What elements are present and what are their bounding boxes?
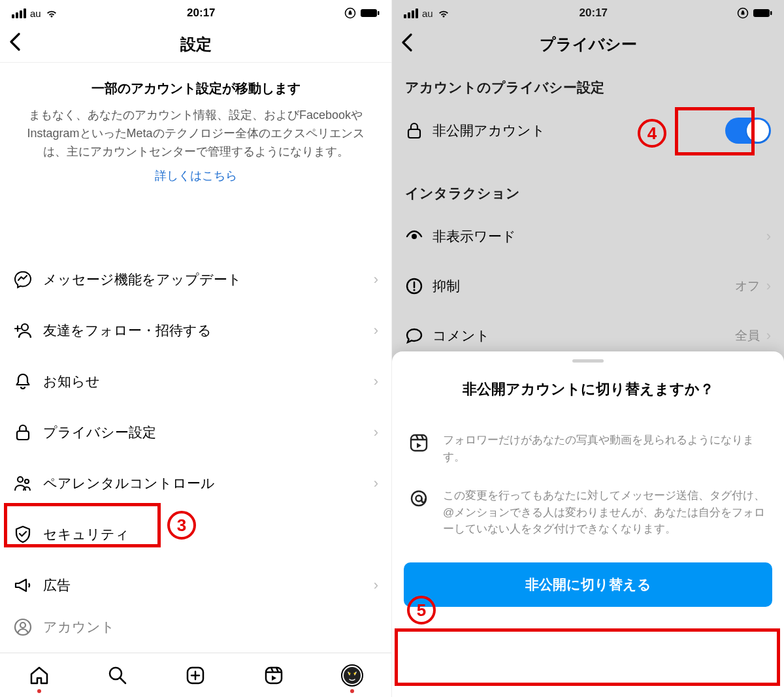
status-left: au [404,8,450,19]
orientation-lock-icon [737,7,749,19]
tab-profile[interactable] [333,659,372,692]
interaction-hidden-words[interactable]: 非表示ワード › [392,212,784,261]
chevron-right-icon: › [766,228,771,245]
svg-point-5 [18,477,23,482]
chevron-right-icon: › [374,577,378,594]
svg-rect-17 [770,11,772,15]
tab-home[interactable] [20,659,59,692]
status-bar: au 20:17 [0,0,391,26]
reels-icon [409,432,431,455]
list-item-follow-invite[interactable]: 友達をフォロー・招待する › [0,305,391,356]
list-item-ads[interactable]: 広告 › [0,560,391,611]
list-item-privacy[interactable]: プライバシー設定 › [0,407,391,458]
list-item-security[interactable]: セキュリティ [0,509,391,560]
svg-rect-1 [361,9,377,17]
svg-point-8 [20,623,25,628]
list-label: メッセージ機能をアップデート [43,270,374,289]
sheet-row-text: フォロワーだけがあなたの写真や動画を見られるようになります。 [443,432,767,465]
chevron-right-icon: › [374,373,378,390]
list-item-parental[interactable]: ペアレンタルコントロール › [0,458,391,509]
list-label: アカウント [43,618,378,636]
mention-icon [409,487,431,511]
restrict-icon [405,277,433,295]
notice-title: 一部のアカウント設定が移動します [20,80,372,97]
list-label: 友達をフォロー・招待する [43,321,374,340]
interaction-label: コメント [433,327,735,345]
interaction-label: 非表示ワード [433,227,766,246]
chevron-right-icon: › [374,475,378,492]
messenger-icon [13,270,39,289]
notification-dot [37,689,41,693]
settings-list: メッセージ機能をアップデート › 友達をフォロー・招待する › お知らせ › プ… [0,254,391,643]
private-account-row: 非公開アカウント [392,106,784,155]
sheet-row-1: フォロワーだけがあなたの写真や動画を見られるようになります。 [392,425,784,481]
section-account-privacy: アカウントのプライバシー設定 [392,63,784,106]
svg-point-19 [412,234,417,239]
comment-icon [405,327,433,345]
list-item-account[interactable]: アカウント [0,611,391,643]
svg-rect-2 [378,11,380,15]
parental-icon [13,474,39,493]
interaction-restrict[interactable]: 抑制 オフ › [392,261,784,311]
interaction-label: 抑制 [433,277,735,295]
svg-rect-16 [753,9,770,17]
list-label: プライバシー設定 [43,423,374,442]
svg-point-21 [413,289,415,291]
switch-private-button[interactable]: 非公開に切り替える [404,562,772,607]
notice-link[interactable]: 詳しくはこちら [20,168,372,184]
orientation-lock-icon [344,7,356,19]
battery-icon [753,8,772,18]
page-title: プライバシー [392,34,784,55]
tab-search[interactable] [98,659,137,692]
avatar-icon [341,664,363,687]
list-label: セキュリティ [43,525,378,543]
toggle-knob [747,120,769,142]
svg-point-13 [349,672,351,674]
back-button[interactable] [401,33,413,56]
signal-icon [12,8,26,18]
carrier-label: au [30,8,41,19]
list-item-notifications[interactable]: お知らせ › [0,356,391,407]
chevron-right-icon: › [374,322,378,339]
interaction-value: オフ [735,278,760,295]
chevron-right-icon: › [766,278,771,295]
list-label: ペアレンタルコントロール [43,474,374,493]
svg-point-3 [22,324,28,331]
svg-point-24 [416,496,422,502]
tab-create[interactable] [176,659,215,692]
svg-rect-11 [266,668,282,683]
megaphone-icon [13,575,39,595]
interaction-value: 全員 [735,327,760,344]
eye-hidden-icon [405,227,433,246]
signal-icon [404,8,418,18]
left-phone: au 20:17 設定 一部のアカウント設定が移動します まもなく、あなたのアカ… [0,0,392,697]
wifi-icon [45,8,58,18]
private-account-toggle[interactable] [725,118,771,144]
back-button[interactable] [9,33,21,56]
lock-icon [405,122,433,140]
private-account-label: 非公開アカウント [433,122,725,140]
tab-bar [0,653,391,697]
carrier-label: au [422,8,433,19]
tab-reels[interactable] [254,659,293,692]
svg-rect-4 [17,431,29,440]
chevron-right-icon: › [374,424,378,441]
account-icon [13,617,39,637]
svg-point-14 [354,672,356,674]
lock-icon [13,423,39,442]
header: プライバシー [392,26,784,63]
sheet-row-text: この変更を行ってもあなたに対してメッセージ送信、タグ付け、@メンションできる人は… [443,487,767,538]
bell-icon [13,372,39,391]
notification-dot [350,689,354,693]
list-label: 広告 [43,576,374,594]
sheet-title: 非公開アカウントに切り替えますか？ [392,363,784,425]
status-left: au [12,8,58,19]
status-bar: au 20:17 [392,0,784,26]
shield-icon [13,525,39,544]
list-item-messenger[interactable]: メッセージ機能をアップデート › [0,254,391,305]
chevron-right-icon: › [766,327,771,344]
notice-card: 一部のアカウント設定が移動します まもなく、あなたのアカウント情報、設定、および… [0,63,391,199]
header: 設定 [0,26,391,63]
status-time: 20:17 [580,7,608,20]
wifi-icon [437,8,450,18]
